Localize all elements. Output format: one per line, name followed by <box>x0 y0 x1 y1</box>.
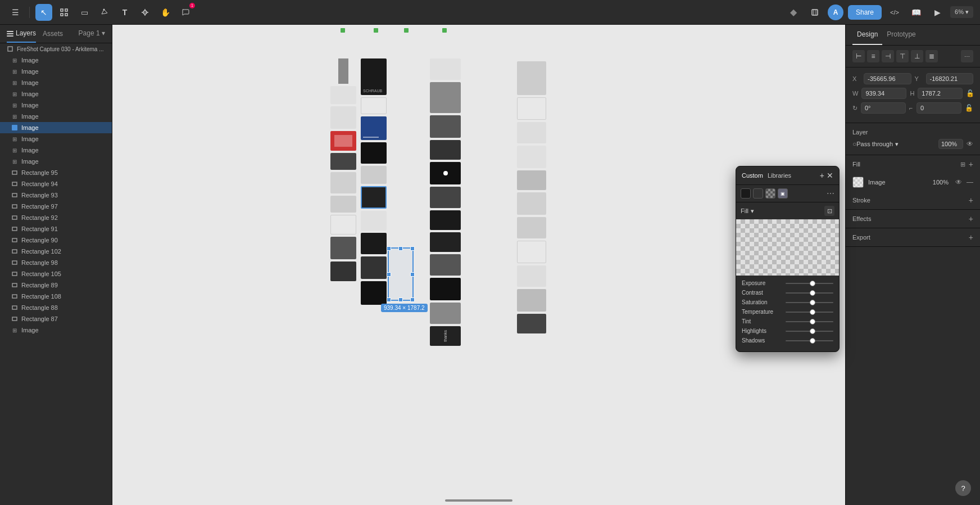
handle-tm[interactable] <box>398 246 403 251</box>
distribute-btn[interactable]: ⋯ <box>961 50 973 62</box>
handle-br[interactable] <box>410 297 415 302</box>
swatch-dark[interactable] <box>753 188 763 199</box>
fill-grid-btn[interactable]: ⊞ <box>960 161 965 168</box>
layer-item-rect102[interactable]: Rectangle 102 <box>0 246 112 257</box>
handle-tl[interactable] <box>387 246 391 251</box>
exposure-thumb[interactable] <box>810 281 815 286</box>
layer-item-rect94[interactable]: Rectangle 94 <box>0 178 112 190</box>
swatch-black[interactable] <box>741 188 751 199</box>
shadows-thumb[interactable] <box>810 338 815 344</box>
effects-add-btn[interactable]: + <box>969 214 973 223</box>
layer-item-img11[interactable]: ⊞ Image <box>0 324 112 336</box>
fill-copy-btn[interactable]: ⊡ <box>824 206 834 216</box>
align-center-h-btn[interactable]: ≡ <box>867 50 879 62</box>
menu-button[interactable]: ☰ <box>7 4 24 21</box>
fill-preview[interactable] <box>852 177 864 188</box>
panel-close-btn[interactable]: ✕ <box>827 171 833 180</box>
align-center-v-btn[interactable]: ⊥ <box>911 50 923 62</box>
fill-type-dropdown[interactable]: Fill ▾ ⊡ <box>736 202 839 219</box>
fill-visibility-btn[interactable]: 👁 <box>955 178 962 186</box>
tab-prototype[interactable]: Prototype <box>882 25 920 45</box>
layer-item-rect89[interactable]: Rectangle 89 <box>0 279 112 291</box>
layer-item-rect91[interactable]: Rectangle 91 <box>0 223 112 235</box>
rotation-input[interactable] <box>861 102 906 114</box>
horizontal-scrollbar[interactable] <box>112 498 845 503</box>
layer-item-rect93[interactable]: Rectangle 93 <box>0 190 112 201</box>
layer-item-img10[interactable]: ⊞ Image <box>0 156 112 167</box>
layer-item-rect92[interactable]: Rectangle 92 <box>0 212 112 223</box>
contrast-track[interactable] <box>786 292 833 294</box>
corner-lock-btn[interactable]: 🔓 <box>965 104 973 112</box>
comment-tool[interactable]: 1 <box>177 4 194 21</box>
text-tool[interactable]: T <box>116 4 133 21</box>
blend-mode-selector[interactable]: Pass through ▾ <box>856 141 899 148</box>
highlights-track[interactable] <box>786 331 833 332</box>
design-icon[interactable]: ◆ <box>785 4 802 21</box>
layer-item-img1[interactable]: ⊞ Image <box>0 55 112 66</box>
layer-item-rect105[interactable]: Rectangle 105 <box>0 268 112 279</box>
constraint-icon[interactable] <box>806 4 823 21</box>
fill-remove-btn[interactable]: — <box>967 178 973 186</box>
exposure-track[interactable] <box>786 283 833 284</box>
component-tool[interactable] <box>137 4 153 21</box>
shadows-track[interactable] <box>786 340 833 341</box>
layer-item-rect108[interactable]: Rectangle 108 <box>0 291 112 302</box>
layer-item-rect98[interactable]: Rectangle 98 <box>0 257 112 268</box>
pen-tool[interactable] <box>96 4 113 21</box>
layer-item-img4[interactable]: ⊞ Image <box>0 88 112 100</box>
temperature-thumb[interactable] <box>810 309 815 315</box>
zoom-selector[interactable]: 6% ▾ <box>950 6 973 18</box>
tint-thumb[interactable] <box>810 319 815 324</box>
layer-item-rect87[interactable]: Rectangle 87 <box>0 313 112 324</box>
selection-box[interactable] <box>388 247 414 301</box>
tab-design[interactable]: Design <box>852 25 882 45</box>
tab-assets[interactable]: Assets <box>43 29 63 43</box>
layer-item-img6[interactable]: ⊞ Image <box>0 111 112 122</box>
hand-tool[interactable]: ✋ <box>157 4 174 21</box>
layer-item-img5[interactable]: ⊞ Image <box>0 100 112 111</box>
align-top-btn[interactable]: ⊤ <box>896 50 909 62</box>
y-input[interactable] <box>926 73 974 84</box>
swatch-transparent[interactable] <box>765 188 775 199</box>
align-right-btn[interactable]: ⊣ <box>882 50 894 62</box>
layer-item-img9[interactable]: ⊞ Image <box>0 145 112 156</box>
h-input[interactable] <box>918 88 963 99</box>
swatch-image[interactable]: ▣ <box>778 188 788 199</box>
export-add-btn[interactable]: + <box>969 233 973 242</box>
page-selector[interactable]: Page 1 ▾ <box>79 29 105 43</box>
tab-layers[interactable]: Layers <box>7 29 36 43</box>
layer-item-rect97[interactable]: Rectangle 97 <box>0 201 112 212</box>
lock-ratio-btn[interactable]: 🔓 <box>966 89 974 97</box>
highlights-thumb[interactable] <box>810 328 815 334</box>
saturation-track[interactable] <box>786 302 833 303</box>
layer-item-img2[interactable]: ⊞ Image <box>0 66 112 77</box>
layer-item-img7[interactable]: Image <box>0 122 112 133</box>
handle-bl[interactable] <box>387 297 391 302</box>
shape-tool[interactable]: ▭ <box>76 4 93 21</box>
align-bottom-btn[interactable]: ≣ <box>925 50 938 62</box>
library-button[interactable]: 📖 <box>908 4 924 21</box>
stroke-add-btn[interactable]: + <box>969 196 973 205</box>
saturation-thumb[interactable] <box>810 300 815 305</box>
w-input[interactable] <box>861 88 906 99</box>
handle-bm[interactable] <box>398 297 403 302</box>
share-button[interactable]: Share <box>848 5 882 20</box>
handle-ml[interactable] <box>387 272 391 277</box>
tint-track[interactable] <box>786 321 833 322</box>
swatch-options-btn[interactable]: ⋯ <box>827 189 834 198</box>
layer-item-img3[interactable]: ⊞ Image <box>0 77 112 88</box>
fill-add-btn[interactable]: + <box>969 160 973 169</box>
layer-item-rect90[interactable]: Rectangle 90 <box>0 235 112 246</box>
opacity-input[interactable] <box>938 139 963 149</box>
fill-row[interactable]: Image 100% 👁 — <box>846 173 980 191</box>
frame-tool[interactable] <box>56 4 72 21</box>
play-button[interactable]: ▶ <box>929 4 946 21</box>
layer-item-rect95[interactable]: Rectangle 95 <box>0 167 112 178</box>
corner-input[interactable] <box>917 102 961 114</box>
scrollbar-thumb[interactable] <box>445 499 512 502</box>
code-button[interactable]: </> <box>886 4 903 21</box>
user-avatar[interactable]: A <box>828 4 843 20</box>
layer-item-rect88[interactable]: Rectangle 88 <box>0 302 112 313</box>
visibility-toggle[interactable]: 👁 <box>967 140 973 148</box>
layer-item-root[interactable]: FireShot Capture 030 - Arkitema ... <box>0 43 112 55</box>
